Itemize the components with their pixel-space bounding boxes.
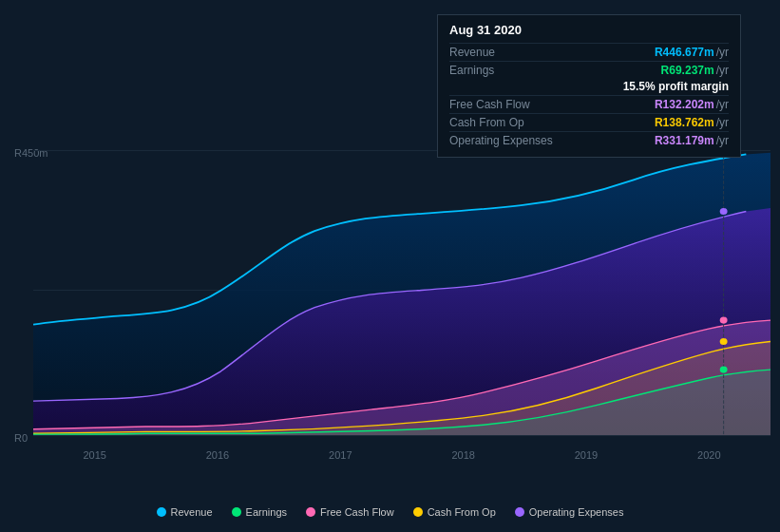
cashop-unit: /yr (716, 116, 729, 129)
legend-dot-revenue (157, 507, 166, 517)
legend-label-earnings: Earnings (246, 506, 287, 518)
x-label-2018: 2018 (451, 449, 474, 461)
tooltip-opex-row: Operating Expenses R331.179m/yr (449, 131, 729, 149)
legend: Revenue Earnings Free Cash Flow Cash Fro… (0, 506, 780, 518)
earnings-value: R69.237m (661, 64, 714, 77)
profit-margin-row: 15.5% profit margin (449, 79, 729, 95)
x-label-2020: 2020 (697, 449, 720, 461)
profit-margin: 15.5% profit margin (623, 80, 729, 93)
x-label-2016: 2016 (206, 449, 229, 461)
tooltip-cashop-row: Cash From Op R138.762m/yr (449, 113, 729, 131)
legend-label-cashop: Cash From Op (428, 506, 496, 518)
legend-dot-opex (515, 507, 524, 517)
revenue-label: Revenue (449, 46, 554, 59)
legend-label-fcf: Free Cash Flow (320, 506, 394, 518)
cashop-dot (720, 338, 728, 345)
fcf-unit: /yr (716, 98, 729, 111)
tooltip-earnings-row: Earnings R69.237m/yr (449, 61, 729, 79)
x-label-2017: 2017 (329, 449, 352, 461)
chart-container: Aug 31 2020 Revenue R446.677m/yr Earning… (0, 0, 780, 532)
legend-earnings[interactable]: Earnings (232, 506, 287, 518)
legend-fcf[interactable]: Free Cash Flow (306, 506, 394, 518)
chart-svg (33, 150, 770, 435)
opex-dot (720, 208, 728, 215)
cashop-label: Cash From Op (449, 116, 554, 129)
tooltip-fcf-row: Free Cash Flow R132.202m/yr (449, 95, 729, 113)
revenue-value: R446.677m (655, 46, 714, 59)
fcf-value: R132.202m (655, 98, 714, 111)
legend-dot-earnings (232, 507, 241, 517)
legend-revenue[interactable]: Revenue (157, 506, 213, 518)
tooltip-box: Aug 31 2020 Revenue R446.677m/yr Earning… (437, 14, 741, 158)
legend-opex[interactable]: Operating Expenses (515, 506, 624, 518)
fcf-dot (720, 317, 728, 324)
earnings-label: Earnings (449, 64, 554, 77)
tooltip-date: Aug 31 2020 (449, 23, 729, 37)
fcf-label: Free Cash Flow (449, 98, 554, 111)
cashop-value: R138.762m (655, 116, 714, 129)
earnings-dot (720, 366, 728, 372)
x-label-2019: 2019 (575, 449, 598, 461)
legend-cashop[interactable]: Cash From Op (413, 506, 496, 518)
revenue-unit: /yr (716, 46, 729, 59)
tooltip-revenue-row: Revenue R446.677m/yr (449, 43, 729, 61)
legend-dot-fcf (306, 507, 315, 517)
x-axis: 2015 2016 2017 2018 2019 2020 (33, 449, 770, 461)
opex-label: Operating Expenses (449, 134, 554, 147)
legend-label-opex: Operating Expenses (529, 506, 624, 518)
grid-line-bottom (33, 435, 770, 436)
x-label-2015: 2015 (83, 449, 105, 461)
legend-dot-cashop (413, 507, 423, 517)
earnings-unit: /yr (716, 64, 729, 77)
y-label-bottom: R0 (14, 432, 28, 444)
legend-label-revenue: Revenue (171, 506, 213, 518)
opex-value: R331.179m (655, 134, 714, 147)
opex-unit: /yr (716, 134, 729, 147)
